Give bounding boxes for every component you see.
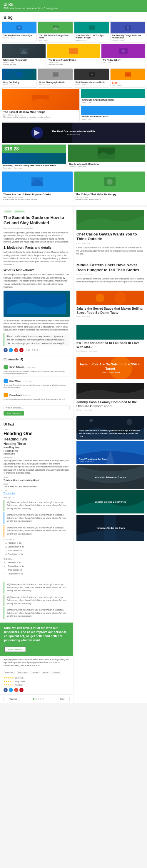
blog-card[interactable]: Deep Sea Diving Travel · 4 min: [2, 68, 37, 88]
page-dot[interactable]: [42, 698, 44, 700]
card-title: Every Non-Gripping Mule Recipe: [82, 99, 144, 101]
blog-card[interactable]: The Friday Gallery Art · 1 min: [101, 44, 145, 67]
card-meta: Photo · 2 min: [3, 62, 44, 63]
comment-text: Great read. The science behind habit for…: [3, 384, 70, 389]
googleplus-icon[interactable]: g: [14, 348, 18, 352]
card-title: Wilderness Photography: [3, 59, 44, 61]
twitter-icon[interactable]: t: [9, 348, 13, 352]
extra-card-2[interactable]: Coastal Cuisine Discoveries: [76, 490, 144, 514]
card-image: [81, 89, 145, 98]
blog-card[interactable]: You Will Need to Change Your Mind Life ·…: [38, 22, 73, 42]
card-meta: Travel · 4 min: [3, 84, 35, 86]
price-habit-card[interactable]: $18.28 How Long Does It Actually Take to…: [2, 144, 67, 170]
article-title: Middle Eastern Chefs Have Never Been Hun…: [76, 263, 144, 273]
card-meta: Food & Drink · 3 min read: [3, 114, 78, 116]
like-count: ♥ 48: [26, 349, 30, 351]
h5-sample: Heading Five: [3, 450, 70, 452]
blog-card[interactable]: Best Documentaries on Netflix Media · 5 …: [74, 68, 109, 88]
comment-time: 5 hours ago: [22, 380, 32, 382]
blog-row-feature1: The Easiest Moscow Mule Recipe Food & Dr…: [2, 89, 145, 121]
blog-card[interactable]: Urban Photography Guide Photo · 3 min: [38, 68, 73, 88]
card-title: Coastal Cuisine Discoveries: [92, 498, 128, 505]
dark-feature-card[interactable]: The Best Documentaries in NetFlix Entert…: [2, 123, 145, 143]
bottom-social-row: f t g+ p: [3, 688, 70, 692]
section-divider: [0, 205, 147, 207]
ui-text-title: UI Text: [3, 423, 70, 426]
price-habit-row: $18.28 How Long Does It Actually Take to…: [2, 144, 145, 170]
extra-card-3[interactable]: Highways Under the Stars: [76, 515, 144, 541]
blog-row-2: Wilderness Photography Photo · 2 min Exp…: [2, 44, 145, 67]
tag-chip[interactable]: Science: [30, 671, 40, 674]
card-title: The Things That Make Us Happy: [76, 193, 144, 196]
prev-button[interactable]: ← Previous: [3, 697, 19, 701]
next-button[interactable]: Next →: [58, 697, 70, 701]
article-title: Chef Carlos Gaytan Wants You to Think Ou…: [76, 232, 144, 242]
bold-label: Bold: [3, 476, 70, 478]
page-dot[interactable]: [40, 698, 42, 700]
card-image: [2, 172, 73, 192]
price-display: $18.28: [4, 146, 64, 152]
right-article-msg[interactable]: It's Time for America to Fall Back in Lo…: [74, 322, 147, 356]
right-article-gaytan[interactable]: Chef Carlos Gaytan Wants You to Think Ou…: [74, 207, 147, 259]
tags-section: Motivation Psychology Science Health Lif…: [3, 669, 70, 674]
facebook-share-icon[interactable]: f: [3, 688, 8, 692]
gplus-share-icon[interactable]: g+: [14, 688, 18, 692]
price-card[interactable]: $358 Deal · Travel: [110, 68, 145, 88]
svg-point-35: [89, 419, 93, 422]
card-image: [111, 22, 145, 33]
pagination-dots: [33, 696, 44, 702]
comment-author: Sarah Johnson: [9, 366, 24, 368]
link-sample[interactable]: This is a link: [3, 492, 70, 494]
right-article-middle-eastern[interactable]: Middle Eastern Chefs Have Never Been Hun…: [74, 260, 147, 287]
page-dot[interactable]: [38, 698, 39, 700]
tag-chip[interactable]: Health: [42, 671, 50, 674]
blog-card[interactable]: The 10 Most Popular Drinks Food · 3 min …: [47, 44, 100, 67]
extra-card-1[interactable]: Mountain Adventure Stories: [76, 465, 144, 489]
list-item: First item in list: [8, 541, 70, 545]
twitter-share-icon[interactable]: t: [9, 688, 13, 692]
cta-subscribe-button[interactable]: Subscribe Now: [4, 647, 26, 652]
star-rating: ★★★★★: [3, 677, 14, 679]
page-dot[interactable]: [33, 698, 34, 700]
instant-pots-card[interactable]: Instant Pots Are On Sale for Just $59 at…: [76, 357, 144, 379]
card-text: Discover cocktails...: [49, 64, 98, 66]
card-title: Might have been that first time you look…: [79, 429, 142, 438]
card-meta: Health · 4 min: [76, 39, 107, 41]
blog-card[interactable]: Wilderness Photography Photo · 2 min Exp…: [2, 44, 46, 67]
page-dot[interactable]: [35, 698, 37, 700]
card-image: [111, 69, 145, 80]
road-trip-card[interactable]: Road Trip Along the Coast Travel · 5 min…: [76, 441, 144, 464]
feature-card-moscow[interactable]: The Easiest Moscow Mule Recipe Food & Dr…: [2, 89, 80, 121]
rating-label: Very Good: [15, 680, 25, 682]
tag-chip[interactable]: Lifestyle: [52, 671, 61, 674]
blog-card[interactable]: Every Non-Gripping Mule Recipe Food · 2 …: [81, 89, 145, 104]
pinterest-icon[interactable]: p: [19, 348, 24, 352]
blog-card[interactable]: How to Make Perfect Pasta Food · 2 min: [81, 105, 145, 121]
card-meta: Media · 5 min: [76, 84, 107, 86]
comment-input[interactable]: [3, 406, 70, 410]
tag-chip[interactable]: Psychology: [17, 671, 29, 674]
telescope-card[interactable]: Might have been that first time you look…: [76, 416, 144, 440]
card-title: The 10 Most Popular Drinks: [49, 59, 98, 61]
blog-card[interactable]: Your Ears Won't Let You Age Without a Fi…: [74, 22, 109, 42]
right-article-johnny[interactable]: Johnny Cash's Family Combined to the Ult…: [74, 380, 147, 415]
card-meta: Art · 1 min: [103, 62, 144, 63]
blockquote-sample-3: Might have been that first time you look…: [3, 525, 70, 537]
right-article-jaja[interactable]: Jaja is the Secret Sauce that Makes Beij…: [74, 288, 147, 322]
comment-text: Really insightful article! I've been str…: [3, 370, 70, 375]
submit-comment-button[interactable]: Post Comment: [3, 411, 24, 415]
pinterest-share-icon[interactable]: p: [19, 688, 24, 692]
tag-chip[interactable]: Motivation: [4, 671, 15, 674]
blog-card[interactable]: The Few Big Things We Know About Sleep S…: [110, 22, 145, 42]
dots-card[interactable]: How to Make an Old Fashioned Cocktails ·…: [68, 144, 145, 170]
svg-point-1: [19, 27, 20, 28]
blog-row-1: The New Rules of Office Style Fashion · …: [2, 22, 145, 42]
happy-card[interactable]: The Things That Make Us Happy Life · 5 m…: [74, 171, 145, 202]
list-item: Third item in list: [8, 568, 70, 572]
card-title: Urban Photography Guide: [40, 81, 71, 84]
italic-sample: This is italic text and this is italic t…: [3, 486, 70, 488]
facebook-icon[interactable]: f: [3, 348, 8, 352]
type-label: Type: [3, 428, 70, 431]
blog-card[interactable]: The New Rules of Office Style Fashion · …: [2, 22, 37, 42]
popular-card[interactable]: These Are the 10 Most Popular Drinks Foo…: [2, 171, 73, 202]
